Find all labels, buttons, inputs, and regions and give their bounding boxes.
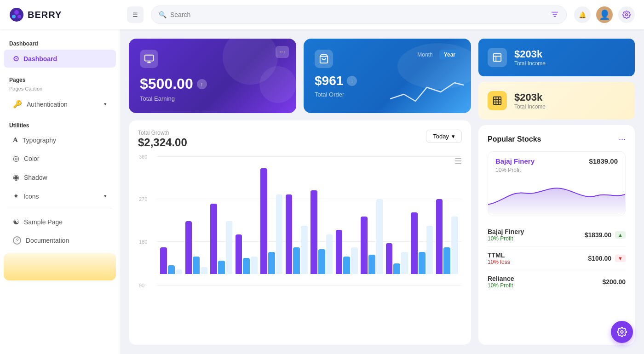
stocks-more-button[interactable]: ··· (619, 134, 626, 144)
sidebar-pages-caption: Pages Caption (0, 85, 120, 94)
stock-right-3: $200.00 (602, 278, 626, 285)
header: BERRY ☰ 🔍 🔔 👤 (0, 0, 644, 29)
income-card-blue: $203k Total Income (478, 39, 635, 76)
stock-badge-1: ▲ (615, 231, 626, 239)
stock-price-3: $200.00 (602, 278, 626, 285)
notification-button[interactable]: 🔔 (574, 6, 591, 23)
stock-price-1: $1839.00 (585, 231, 611, 239)
stock-name-3: Reliance (488, 275, 514, 282)
stock-info-2: TTML 10% loss (488, 251, 510, 265)
chevron-down-icon-2: ▾ (104, 193, 107, 199)
logo: BERRY (9, 7, 120, 22)
sidebar-item-color[interactable]: ◎ Color (4, 149, 116, 167)
bar (251, 257, 258, 274)
today-button[interactable]: Today ▾ (426, 130, 462, 143)
bar (286, 194, 293, 274)
income-yellow-icon (488, 91, 507, 110)
bar-group (336, 230, 358, 274)
color-icon: ◎ (13, 154, 19, 163)
svg-point-1 (14, 10, 19, 15)
sidebar-item-icons[interactable]: ✦ Icons ▾ (4, 187, 116, 205)
header-actions: 🔔 👤 (574, 6, 635, 23)
content-main: ··· $500.00 ↑ Total Earning (129, 39, 471, 345)
stock-name-1: Bajaj Finery (488, 228, 524, 235)
fab-button[interactable] (611, 321, 633, 343)
bar (268, 252, 275, 274)
bar (218, 261, 225, 274)
menu-icon: ☰ (132, 11, 138, 18)
grid-label-90: 90 (139, 283, 144, 288)
svg-point-3 (17, 15, 21, 18)
content-area: ··· $500.00 ↑ Total Earning (120, 29, 644, 354)
avatar[interactable]: 👤 (596, 6, 613, 23)
bar (393, 263, 400, 274)
income-blue-amount: $203k (514, 48, 546, 60)
top-cards-row: ··· $500.00 ↑ Total Earning (129, 39, 471, 113)
growth-title-group: Total Growth $2,324.00 (138, 130, 187, 149)
svg-point-7 (626, 14, 628, 16)
dashboard-icon: ⊙ (13, 54, 19, 63)
bar (386, 243, 393, 274)
bar (193, 257, 200, 274)
featured-stock-profit: 10% Profit (488, 167, 625, 177)
sidebar-bottom-gradient (4, 253, 116, 280)
bar-group (436, 199, 459, 274)
stock-price-2: $100.00 (588, 255, 612, 262)
bar (343, 257, 350, 274)
sidebar-item-typography[interactable]: A Typography (4, 131, 116, 148)
bg-decoration-2 (259, 66, 296, 103)
sidebar-section-pages: Pages (0, 73, 120, 85)
main-layout: Dashboard ⊙ Dashboard Pages Pages Captio… (0, 29, 644, 354)
filter-button[interactable] (551, 10, 559, 20)
sidebar-item-authentication[interactable]: 🔑 Authentication ▾ (4, 95, 116, 113)
search-input[interactable] (170, 11, 547, 18)
sidebar-item-dashboard[interactable]: ⊙ Dashboard (4, 50, 116, 68)
income-blue-label: Total Income (514, 60, 546, 67)
bar (160, 247, 167, 274)
up-arrow-icon: ↑ (197, 79, 207, 89)
menu-button[interactable]: ☰ (127, 6, 144, 23)
bar (176, 269, 183, 274)
bar (210, 204, 217, 274)
down-arrow-icon: ↓ (347, 76, 357, 86)
bar-group (210, 204, 233, 274)
bar (185, 221, 192, 274)
sidebar-section-utilities: Utilities (0, 119, 120, 131)
bar (236, 234, 242, 274)
chevron-down-icon: ▾ (104, 101, 107, 107)
bar (368, 255, 375, 274)
svg-rect-8 (145, 55, 153, 61)
sidebar-item-sample-page[interactable]: ☯ Sample Page (4, 213, 116, 231)
sidebar-item-shadow[interactable]: ◉ Shadow (4, 168, 116, 186)
table-row: Reliance 10% Profit $200.00 (488, 270, 626, 293)
order-mini-chart (390, 78, 464, 106)
income-blue-icon (488, 48, 507, 67)
growth-amount: $2,324.00 (138, 136, 187, 149)
sidebar-item-documentation[interactable]: ? Documentation (4, 232, 116, 249)
bar (276, 194, 283, 274)
bar-group (236, 234, 258, 274)
bar-group (310, 190, 333, 274)
stock-featured: Bajaj Finery $1839.00 10% Profit (488, 151, 626, 216)
bar (443, 247, 450, 274)
stock-right-1: $1839.00 ▲ (585, 231, 626, 239)
stocks-card: Popular Stocks ··· Bajaj Finery $1839.00… (478, 125, 635, 345)
more-button[interactable]: ··· (276, 46, 289, 58)
featured-stock-price: $1839.00 (589, 157, 618, 165)
stock-featured-header: Bajaj Finery $1839.00 (488, 152, 625, 167)
search-icon: 🔍 (159, 11, 167, 18)
bar (401, 252, 408, 274)
bar (168, 265, 175, 274)
bar (226, 221, 233, 274)
settings-button[interactable] (618, 6, 635, 23)
bar (260, 168, 267, 274)
grid-label-360: 360 (139, 154, 147, 160)
bar (310, 190, 317, 274)
bar (411, 212, 418, 274)
typography-icon: A (13, 136, 18, 144)
growth-header: Total Growth $2,324.00 Today ▾ (138, 130, 462, 149)
earning-card: ··· $500.00 ↑ Total Earning (129, 39, 296, 113)
bar (376, 199, 383, 274)
income-yellow-label: Total Income (514, 103, 546, 110)
auth-icon: 🔑 (13, 100, 22, 108)
